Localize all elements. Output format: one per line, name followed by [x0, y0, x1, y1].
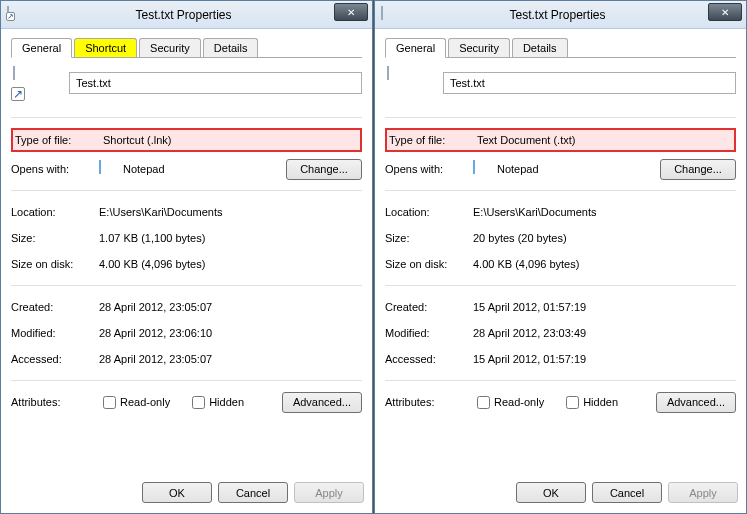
tab-strip: General Security Details [385, 38, 736, 58]
advanced-button[interactable]: Advanced... [282, 392, 362, 413]
filename-input[interactable] [443, 72, 736, 94]
readonly-checkbox[interactable]: Read-only [99, 393, 170, 412]
size-row: Size: 1.07 KB (1,100 bytes) [11, 227, 362, 249]
apply-button[interactable]: Apply [668, 482, 738, 503]
attributes-row: Attributes: Read-only Hidden Advanced... [385, 391, 736, 413]
size-on-disk-value: 4.00 KB (4,096 bytes) [99, 258, 362, 270]
tab-shortcut[interactable]: Shortcut [74, 38, 137, 57]
location-value: E:\Users\Kari\Documents [99, 206, 362, 218]
close-button[interactable]: ✕ [334, 3, 368, 21]
file-icon: ↗ [13, 67, 45, 99]
accessed-row: Accessed: 28 April 2012, 23:05:07 [11, 348, 362, 370]
apply-button[interactable]: Apply [294, 482, 364, 503]
properties-window: ↗ Test.txt Properties ✕ General Shortcut… [0, 0, 373, 514]
ok-button[interactable]: OK [142, 482, 212, 503]
readonly-label: Read-only [494, 396, 544, 408]
accessed-label: Accessed: [385, 353, 473, 365]
shortcut-overlay-icon: ↗ [11, 87, 25, 101]
advanced-button[interactable]: Advanced... [656, 392, 736, 413]
window-title: Test.txt Properties [0, 8, 372, 22]
opens-with-value: Notepad [123, 163, 165, 175]
cancel-button[interactable]: Cancel [592, 482, 662, 503]
separator [385, 190, 736, 191]
tab-general[interactable]: General [385, 38, 446, 58]
modified-value: 28 April 2012, 23:03:49 [473, 327, 736, 339]
tab-security[interactable]: Security [139, 38, 201, 57]
hidden-input[interactable] [192, 396, 205, 409]
opens-with-label: Opens with: [385, 163, 473, 175]
type-of-file-label: Type of file: [389, 134, 477, 146]
created-row: Created: 15 April 2012, 01:57:19 [385, 296, 736, 318]
dialog-buttons: OK Cancel Apply [375, 472, 746, 513]
tab-general[interactable]: General [11, 38, 72, 58]
size-on-disk-label: Size on disk: [385, 258, 473, 270]
change-button[interactable]: Change... [660, 159, 736, 180]
notepad-icon [99, 161, 115, 177]
readonly-input[interactable] [477, 396, 490, 409]
modified-label: Modified: [11, 327, 99, 339]
ok-button[interactable]: OK [516, 482, 586, 503]
location-value: E:\Users\Kari\Documents [473, 206, 736, 218]
size-label: Size: [385, 232, 473, 244]
filename-input[interactable] [69, 72, 362, 94]
client-area: General Security Details Type of file: T… [375, 29, 746, 472]
size-row: Size: 20 bytes (20 bytes) [385, 227, 736, 249]
opens-with-label: Opens with: [11, 163, 99, 175]
opens-with-row: Opens with: Notepad Change... [11, 158, 362, 180]
separator [11, 117, 362, 118]
size-value: 20 bytes (20 bytes) [473, 232, 736, 244]
location-row: Location: E:\Users\Kari\Documents [11, 201, 362, 223]
titlebar[interactable]: ↗ Test.txt Properties ✕ [1, 1, 372, 29]
type-of-file-row: Type of file: Text Document (.txt) [385, 128, 736, 152]
separator [11, 190, 362, 191]
notepad-icon [473, 161, 489, 177]
created-row: Created: 28 April 2012, 23:05:07 [11, 296, 362, 318]
location-label: Location: [385, 206, 473, 218]
modified-row: Modified: 28 April 2012, 23:03:49 [385, 322, 736, 344]
tab-details[interactable]: Details [512, 38, 568, 57]
separator [11, 285, 362, 286]
type-of-file-label: Type of file: [15, 134, 103, 146]
accessed-value: 28 April 2012, 23:05:07 [99, 353, 362, 365]
hidden-label: Hidden [209, 396, 244, 408]
accessed-row: Accessed: 15 April 2012, 01:57:19 [385, 348, 736, 370]
client-area: General Shortcut Security Details ↗ Type… [1, 29, 372, 472]
file-row: ↗ [11, 67, 362, 99]
opens-with-row: Opens with: Notepad Change... [385, 158, 736, 180]
modified-label: Modified: [385, 327, 473, 339]
created-value: 28 April 2012, 23:05:07 [99, 301, 362, 313]
readonly-label: Read-only [120, 396, 170, 408]
type-of-file-value: Text Document (.txt) [477, 134, 732, 146]
size-on-disk-row: Size on disk: 4.00 KB (4,096 bytes) [385, 253, 736, 275]
attributes-label: Attributes: [11, 396, 99, 408]
hidden-checkbox[interactable]: Hidden [188, 393, 244, 412]
properties-window: Test.txt Properties ✕ General Security D… [374, 0, 747, 514]
hidden-input[interactable] [566, 396, 579, 409]
size-on-disk-value: 4.00 KB (4,096 bytes) [473, 258, 736, 270]
tab-security[interactable]: Security [448, 38, 510, 57]
dialog-buttons: OK Cancel Apply [1, 472, 372, 513]
created-value: 15 April 2012, 01:57:19 [473, 301, 736, 313]
change-button[interactable]: Change... [286, 159, 362, 180]
hidden-label: Hidden [583, 396, 618, 408]
titlebar[interactable]: Test.txt Properties ✕ [375, 1, 746, 29]
cancel-button[interactable]: Cancel [218, 482, 288, 503]
location-row: Location: E:\Users\Kari\Documents [385, 201, 736, 223]
readonly-checkbox[interactable]: Read-only [473, 393, 544, 412]
tab-details[interactable]: Details [203, 38, 259, 57]
separator [385, 285, 736, 286]
file-icon [387, 67, 419, 99]
accessed-value: 15 April 2012, 01:57:19 [473, 353, 736, 365]
separator [385, 380, 736, 381]
tab-strip: General Shortcut Security Details [11, 38, 362, 58]
type-of-file-row: Type of file: Shortcut (.lnk) [11, 128, 362, 152]
opens-with-value: Notepad [497, 163, 539, 175]
size-label: Size: [11, 232, 99, 244]
accessed-label: Accessed: [11, 353, 99, 365]
hidden-checkbox[interactable]: Hidden [562, 393, 618, 412]
close-button[interactable]: ✕ [708, 3, 742, 21]
size-on-disk-label: Size on disk: [11, 258, 99, 270]
separator [385, 117, 736, 118]
size-on-disk-row: Size on disk: 4.00 KB (4,096 bytes) [11, 253, 362, 275]
readonly-input[interactable] [103, 396, 116, 409]
